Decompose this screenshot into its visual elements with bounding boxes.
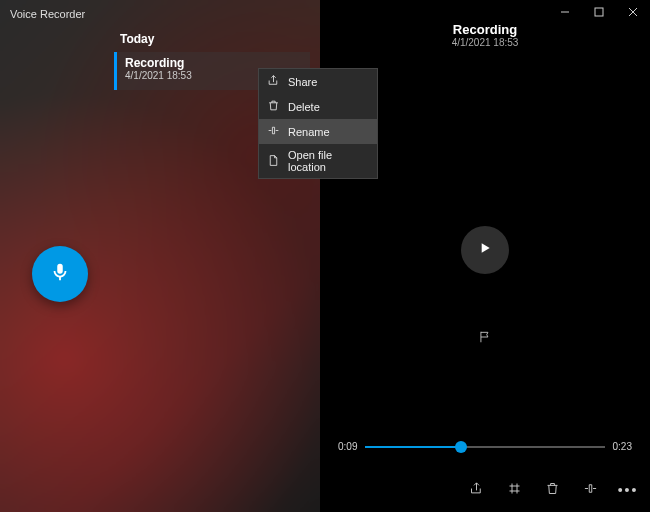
share-icon <box>469 481 484 500</box>
seek-track[interactable] <box>365 446 604 448</box>
app-root: Voice Recorder Today Recording 4/1/2021 … <box>0 0 650 512</box>
trash-icon <box>545 481 560 500</box>
close-button[interactable] <box>616 0 650 24</box>
tool-more-button[interactable]: ••• <box>620 482 636 498</box>
seek-progress <box>365 446 461 448</box>
more-icon: ••• <box>618 482 639 498</box>
window-controls <box>548 0 650 24</box>
titlebar: Voice Recorder <box>0 0 320 28</box>
seek-bar-row: 0:09 0:23 <box>338 441 632 452</box>
trash-icon <box>267 99 280 114</box>
rename-icon <box>267 124 280 139</box>
flag-icon <box>478 330 492 347</box>
minimize-button[interactable] <box>548 0 582 24</box>
ctx-open-location-label: Open file location <box>288 149 369 173</box>
microphone-icon <box>49 261 71 287</box>
group-header-today: Today <box>0 28 320 52</box>
detail-date: 4/1/2021 18:53 <box>320 37 650 48</box>
rename-icon <box>583 481 598 500</box>
ctx-share[interactable]: Share <box>259 69 377 94</box>
ctx-share-label: Share <box>288 76 317 88</box>
app-title: Voice Recorder <box>10 8 85 20</box>
time-total: 0:23 <box>613 441 632 452</box>
detail-header: Recording 4/1/2021 18:53 <box>320 22 650 48</box>
ctx-delete[interactable]: Delete <box>259 94 377 119</box>
ctx-delete-label: Delete <box>288 101 320 113</box>
ctx-open-location[interactable]: Open file location <box>259 144 377 178</box>
seek-thumb[interactable] <box>455 441 467 453</box>
file-icon <box>267 154 280 169</box>
toolbar: ••• <box>468 482 636 498</box>
context-menu: Share Delete Rename Open file location <box>258 68 378 179</box>
trim-icon <box>507 481 522 500</box>
play-icon <box>477 240 493 260</box>
detail-title: Recording <box>320 22 650 37</box>
tool-share-button[interactable] <box>468 482 484 498</box>
time-current: 0:09 <box>338 441 357 452</box>
svg-rect-0 <box>595 8 603 16</box>
record-button[interactable] <box>32 246 88 302</box>
tool-delete-button[interactable] <box>544 482 560 498</box>
maximize-button[interactable] <box>582 0 616 24</box>
tool-rename-button[interactable] <box>582 482 598 498</box>
play-button[interactable] <box>461 226 509 274</box>
tool-trim-button[interactable] <box>506 482 522 498</box>
ctx-rename[interactable]: Rename <box>259 119 377 144</box>
marker-button[interactable] <box>478 330 492 348</box>
ctx-rename-label: Rename <box>288 126 330 138</box>
share-icon <box>267 74 280 89</box>
